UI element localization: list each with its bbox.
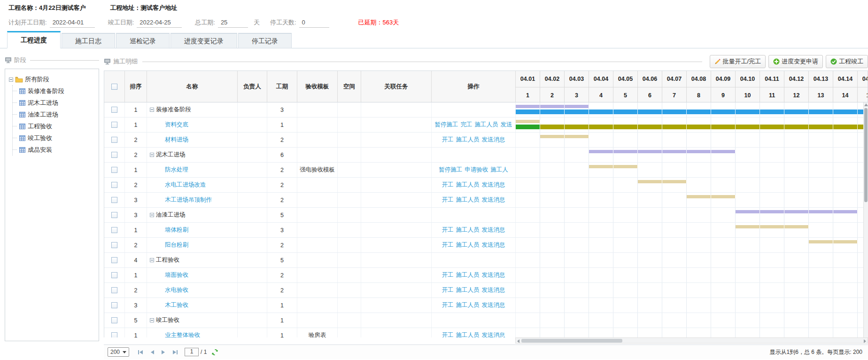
tree-root-all-stages[interactable]: 所有阶段: [9, 74, 95, 85]
gantt-bar-task_plan[interactable]: [687, 195, 736, 198]
total-duration-field[interactable]: 25: [218, 18, 248, 28]
工程竣工-button[interactable]: 工程竣工: [826, 55, 868, 68]
action-link-发送消息[interactable]: 发送消息: [482, 301, 505, 309]
action-link-开工[interactable]: 开工: [442, 271, 454, 279]
action-link-暂停施工[interactable]: 暂停施工: [439, 166, 462, 174]
action-link-施工人员[interactable]: 施工人员: [456, 226, 480, 234]
action-link-开工[interactable]: 开工: [442, 181, 454, 189]
page-size-select[interactable]: 200: [108, 347, 129, 357]
row-checkbox[interactable]: [111, 182, 117, 188]
select-all-checkbox[interactable]: [111, 84, 117, 90]
action-link-施工人[interactable]: 施工人: [490, 166, 508, 174]
task-name-link[interactable]: 墙体粉刷: [147, 226, 188, 234]
task-name-link[interactable]: 防水处理: [147, 166, 188, 174]
action-link-完工[interactable]: 完工: [461, 121, 473, 129]
row-checkbox[interactable]: [111, 167, 117, 173]
tab-工程进度[interactable]: 工程进度: [7, 31, 61, 48]
collapse-icon[interactable]: [150, 213, 154, 217]
tree-collapse-icon[interactable]: [9, 78, 13, 82]
tab-巡检记录[interactable]: 巡检记录: [116, 33, 170, 48]
action-link-发送消息[interactable]: 发送消息: [482, 226, 505, 234]
gantt-bar-task_plan[interactable]: [736, 225, 809, 228]
action-link-开工[interactable]: 开工: [442, 226, 454, 234]
action-link-施工人员[interactable]: 施工人员: [456, 286, 480, 294]
finish-date-field[interactable]: 2022-04-25: [137, 18, 182, 28]
row-checkbox[interactable]: [111, 317, 117, 323]
gantt-bar-task_plan[interactable]: [540, 135, 589, 138]
refresh-button[interactable]: [211, 349, 218, 356]
action-link-施工人员[interactable]: 施工人员: [475, 121, 498, 129]
action-link-施工人员[interactable]: 施工人员: [456, 331, 480, 337]
task-name-link[interactable]: 水电验收: [147, 286, 188, 294]
tab-进度变更记录[interactable]: 进度变更记录: [170, 33, 237, 48]
vertical-scroll-thumb[interactable]: [864, 108, 868, 202]
row-checkbox[interactable]: [111, 332, 117, 337]
stop-days-field[interactable]: 0: [299, 18, 329, 28]
action-link-施工人员[interactable]: 施工人员: [456, 136, 480, 144]
gantt-bar-group_actual[interactable]: [516, 110, 863, 114]
gantt-bar-group_plan[interactable]: [736, 210, 858, 213]
last-page-button[interactable]: [172, 350, 178, 355]
gantt-bar-task_plan[interactable]: [516, 120, 540, 123]
row-checkbox[interactable]: [111, 152, 117, 158]
horizontal-scroll-thumb[interactable]: [521, 339, 622, 343]
tree-item-泥木工进场[interactable]: 泥木工进场: [13, 97, 95, 109]
plan-start-field[interactable]: 2022-04-01: [50, 18, 95, 28]
horizontal-scrollbar[interactable]: [515, 337, 868, 344]
gantt-bar-group_plan[interactable]: [516, 105, 589, 108]
row-checkbox[interactable]: [111, 227, 117, 233]
action-link-施工人员[interactable]: 施工人员: [456, 241, 480, 249]
批量开工/完工-button[interactable]: 批量开工/完工: [710, 55, 766, 68]
action-link-发送消息[interactable]: 发送消息: [482, 196, 505, 204]
row-checkbox[interactable]: [111, 137, 117, 143]
collapse-icon[interactable]: [150, 318, 154, 322]
gantt-bar-task_plan[interactable]: [638, 180, 687, 183]
action-link-开工[interactable]: 开工: [442, 136, 454, 144]
gantt-bar-group_plan[interactable]: [589, 150, 736, 153]
tree-item-装修准备阶段[interactable]: 装修准备阶段: [13, 85, 95, 97]
task-name-link[interactable]: 阳台粉刷: [147, 241, 188, 249]
action-link-施工人员[interactable]: 施工人员: [456, 301, 480, 309]
gantt-bar-task_plan[interactable]: [809, 240, 858, 243]
action-link-施工人员[interactable]: 施工人员: [456, 196, 480, 204]
task-name-link[interactable]: 业主整体验收: [147, 331, 200, 337]
task-name-link[interactable]: 木工进场吊顶制作: [147, 196, 212, 204]
row-checkbox[interactable]: [111, 197, 117, 203]
scroll-up-arrow-icon[interactable]: [864, 103, 868, 106]
action-link-开工[interactable]: 开工: [442, 241, 454, 249]
first-page-button[interactable]: [138, 350, 143, 355]
tab-停工记录[interactable]: 停工记录: [238, 33, 292, 48]
page-number-input[interactable]: 1: [185, 348, 199, 356]
action-link-开工[interactable]: 开工: [442, 331, 454, 337]
action-link-开工[interactable]: 开工: [442, 286, 454, 294]
row-checkbox[interactable]: [111, 212, 117, 218]
row-checkbox[interactable]: [111, 242, 117, 248]
action-link-开工[interactable]: 开工: [442, 301, 454, 309]
task-name-link[interactable]: 材料进场: [147, 136, 188, 144]
tree-item-竣工验收[interactable]: 竣工验收: [13, 132, 95, 144]
action-link-施工人员[interactable]: 施工人员: [456, 181, 480, 189]
row-checkbox[interactable]: [111, 272, 117, 278]
row-checkbox[interactable]: [111, 287, 117, 293]
scroll-right-arrow-icon[interactable]: [864, 339, 866, 343]
action-link-发送[interactable]: 发送: [501, 121, 512, 129]
task-name-link[interactable]: 墙面验收: [147, 271, 188, 279]
action-link-发送消息[interactable]: 发送消息: [482, 181, 505, 189]
action-link-发送消息[interactable]: 发送消息: [482, 331, 505, 337]
gantt-bar-task_done[interactable]: [516, 125, 540, 129]
tree-item-工程验收[interactable]: 工程验收: [13, 120, 95, 132]
collapse-icon[interactable]: [150, 108, 154, 112]
action-link-发送消息[interactable]: 发送消息: [482, 136, 505, 144]
action-link-发送消息[interactable]: 发送消息: [482, 241, 505, 249]
row-checkbox[interactable]: [111, 257, 117, 263]
tree-item-成品安装[interactable]: 成品安装: [13, 144, 95, 156]
action-link-发送消息[interactable]: 发送消息: [482, 286, 505, 294]
gantt-bar-task_overdue[interactable]: [540, 125, 863, 129]
vertical-scrollbar[interactable]: [863, 102, 868, 337]
进度变更申请-button[interactable]: 进度变更申请: [768, 55, 823, 68]
prev-page-button[interactable]: [150, 350, 155, 355]
gantt-bar-task_plan[interactable]: [589, 165, 638, 168]
scroll-left-arrow-icon[interactable]: [517, 339, 519, 343]
task-name-link[interactable]: 水电工进场改造: [147, 181, 206, 189]
tree-item-油漆工进场[interactable]: 油漆工进场: [13, 109, 95, 120]
